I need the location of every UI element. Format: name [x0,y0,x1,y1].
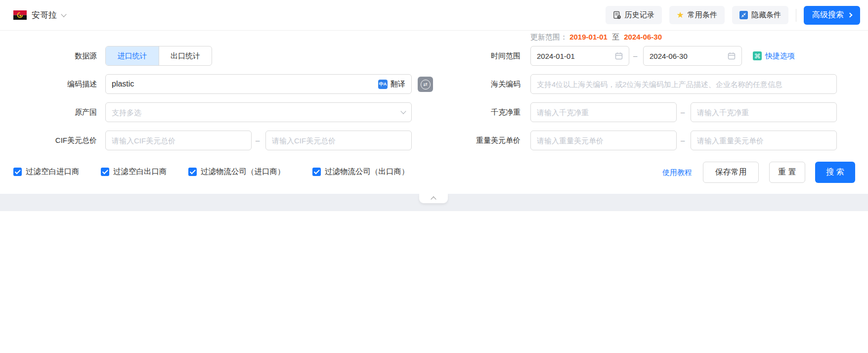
unit-price-label: 重量美元单价 [446,131,521,150]
chevron-right-icon [848,13,853,18]
quick-options-link[interactable]: ⌘ 快捷选项 [753,46,795,66]
angola-flag-icon: ★ [13,10,27,20]
checkbox-checked-icon[interactable] [13,168,22,176]
net-weight-min-field[interactable] [537,108,670,117]
checkbox-checked-icon[interactable] [101,168,109,176]
data-source-tabs: 进口统计 出口统计 [105,46,212,66]
origin-country-label: 原产国 [5,102,97,122]
filter-blank-importer: 过滤空白进口商 [13,167,80,177]
history-label: 历史记录 [625,10,654,20]
advanced-search-button[interactable]: 高级搜索 [804,6,860,25]
translate-label: 翻译 [391,80,405,89]
calendar-icon[interactable] [728,52,736,60]
history-button[interactable]: 历史记录 [606,6,662,24]
filter-label: 过滤物流公司（进口商） [201,167,285,177]
time-range-label: 时间范围 [446,46,521,66]
code-desc-input[interactable]: 中A 翻译 [105,74,412,94]
date-from-input[interactable] [530,46,629,66]
range-dash: – [681,102,685,122]
date-from-value[interactable] [537,52,615,60]
divider [796,9,796,22]
net-weight-min-input[interactable] [530,102,677,122]
filter-label: 过滤空白进口商 [26,167,80,177]
filter-blank-exporter: 过滤空白出口商 [101,167,167,177]
collapse-arrows-icon [739,11,748,19]
net-weight-max-field[interactable] [697,108,830,117]
reset-button[interactable]: 重 置 [769,162,805,183]
chevron-down-icon [61,11,66,17]
svg-text:★: ★ [19,14,22,17]
hide-conditions-label: 隐藏条件 [751,10,781,20]
code-desc-label: 编码描述 [5,74,97,94]
calendar-icon[interactable] [615,52,623,60]
checkbox-checked-icon[interactable] [188,168,197,176]
country-selector[interactable]: ★ 安哥拉 [13,9,66,21]
translate-button[interactable]: 中A 翻译 [378,80,405,89]
search-button[interactable]: 搜 索 [815,162,855,183]
update-range-to: 2024-06-30 [624,33,662,41]
tab-import-stats[interactable]: 进口统计 [106,46,159,65]
quick-options-label: 快捷选项 [765,51,795,61]
tutorial-link[interactable]: 使用教程 [662,162,692,183]
cif-min-input[interactable] [105,131,252,150]
favorites-button[interactable]: ★ 常用条件 [669,6,725,24]
update-range-separator: 至 [612,33,619,41]
origin-country-select[interactable] [105,102,412,122]
top-bar-actions: 历史记录 ★ 常用条件 隐藏条件 高级搜索 [606,6,860,25]
customs-code-input[interactable] [530,74,837,94]
advanced-search-label: 高级搜索 [812,10,844,20]
exchange-button[interactable]: ⇄ [418,77,433,92]
update-range-note: 更新范围： 2019-01-01 至 2024-06-30 [530,33,662,42]
cif-price-label: CIF美元总价 [5,131,97,150]
update-range-label: 更新范围： [530,33,567,41]
chevron-up-icon [431,196,436,202]
code-desc-value[interactable] [112,80,378,88]
filter-label: 过滤物流公司（出口商） [325,167,409,177]
unit-price-max-input[interactable] [691,131,837,150]
trade-data-search-page: ★ 安哥拉 历史记录 ★ 常用条件 [0,0,868,353]
cif-max-input[interactable] [265,131,412,150]
favorites-label: 常用条件 [688,10,717,20]
date-to-input[interactable] [643,46,742,66]
customs-code-field[interactable] [537,80,830,88]
checkbox-checked-icon[interactable] [312,168,321,176]
update-range-from: 2019-01-01 [569,33,608,41]
filter-logistics-exporter: 过滤物流公司（出口商） [312,167,409,177]
origin-country-field[interactable] [112,108,401,117]
data-source-label: 数据源 [5,46,97,66]
top-bar: ★ 安哥拉 历史记录 ★ 常用条件 [0,0,868,31]
cif-min-field[interactable] [112,136,245,145]
range-dash: – [256,131,260,150]
country-name: 安哥拉 [32,9,57,21]
save-favorite-button[interactable]: 保存常用 [703,162,759,183]
collapse-panel-tab[interactable] [419,194,448,203]
translate-icon: 中A [378,80,388,89]
net-weight-label: 千克净重 [446,102,521,122]
hide-conditions-button[interactable]: 隐藏条件 [732,6,788,24]
exchange-icon: ⇄ [421,80,431,89]
net-weight-max-input[interactable] [691,102,837,122]
command-icon: ⌘ [753,51,762,60]
range-dash: – [681,131,685,150]
tab-export-stats[interactable]: 出口统计 [159,46,212,65]
chevron-down-icon [400,108,406,114]
customs-code-label: 海关编码 [446,74,521,94]
results-panel: 共匹配到 3055 条记录 进入报告 导出Excel [0,211,868,353]
range-dash: – [633,46,637,66]
date-to-value[interactable] [650,52,728,60]
star-icon: ★ [677,11,684,19]
unit-price-min-input[interactable] [530,131,677,150]
cif-max-field[interactable] [272,136,405,145]
unit-price-min-field[interactable] [537,136,670,145]
filter-label: 过滤空白出口商 [113,167,167,177]
filter-logistics-importer: 过滤物流公司（进口商） [188,167,285,177]
unit-price-max-field[interactable] [697,136,830,145]
history-icon [613,11,621,19]
